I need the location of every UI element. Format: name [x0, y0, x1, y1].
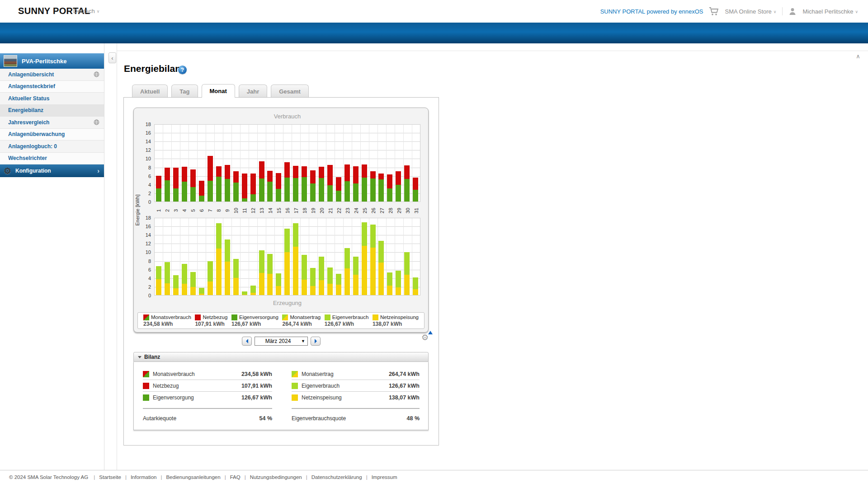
cart-icon [709, 7, 719, 16]
segment-eigenverbrauch [276, 273, 281, 286]
bar-day-22 [336, 274, 341, 295]
segment-netzeinspeisung [404, 275, 410, 295]
next-month-button[interactable] [311, 337, 321, 346]
bilanz-label: Netzeinspeisung [302, 394, 342, 401]
bar-day-22 [336, 177, 341, 202]
plant-selector[interactable]: PVA-Perlitschke [0, 53, 104, 69]
language-selector[interactable]: Deutsch∨ [73, 8, 99, 14]
y-tick: 12 [134, 147, 151, 153]
sidebar-item-anlagen-bersicht[interactable]: Anlagenübersicht [0, 69, 104, 81]
sidebar-item-anlagenlogbuch-0[interactable]: Anlagenlogbuch: 0 [0, 141, 104, 153]
bar-day-4 [182, 264, 187, 295]
segment-eigenversorgung [156, 188, 161, 202]
sidebar-item-aktueller-status[interactable]: Aktueller Status [0, 93, 104, 105]
tab-gesamt[interactable]: Gesamt [271, 84, 309, 98]
bar-day-14 [267, 254, 273, 295]
segment-netzeinspeisung [250, 293, 256, 295]
bilanz-swatch [143, 394, 149, 401]
bilanz-value: 126,67 kWh [241, 394, 272, 401]
top-bar: SUNNY PORTAL Deutsch∨ SUNNY PORTAL power… [0, 0, 868, 23]
bar-day-12 [250, 286, 256, 295]
date-navigation: März 2024 ▼ [124, 337, 439, 346]
footer-link-bedienungsanleitungen[interactable]: Bedienungsanleitungen [166, 474, 220, 480]
footer-link-datenschutzerkl-rung[interactable]: Datenschutzerklärung [311, 474, 362, 480]
footer-link-nutzungsbedingungen[interactable]: Nutzungsbedingungen [250, 474, 302, 480]
segment-eigenversorgung [293, 178, 298, 202]
sidebar-item-wechselrichter[interactable]: Wechselrichter [0, 153, 104, 165]
sidebar-item-jahresvergleich[interactable]: Jahresvergleich [0, 117, 104, 129]
segment-eigenversorgung [173, 188, 179, 202]
segment-netzbezug [233, 171, 239, 183]
y-tick: 0 [134, 293, 151, 298]
sidebar: PVA-Perlitschke AnlagenübersichtAnlagens… [0, 43, 104, 470]
x-tick: 13 [259, 203, 264, 217]
tab-tag[interactable]: Tag [171, 84, 198, 98]
triangle-up-icon [428, 331, 433, 334]
bar-day-4 [182, 167, 187, 202]
x-tick: 1 [156, 203, 161, 217]
segment-netzeinspeisung [267, 274, 273, 295]
sidebar-item-energiebilanz[interactable]: Energiebilanz [0, 105, 104, 117]
chevron-down-icon: ∨ [855, 9, 858, 14]
sma-online-store-link[interactable]: SMA Online Store∨ [725, 8, 776, 15]
tab-aktuell[interactable]: Aktuell [132, 84, 168, 98]
y-tick: 0 [134, 199, 151, 205]
bilanz-value: 264,74 kWh [389, 371, 420, 377]
footer-link-impressum[interactable]: Impressum [372, 474, 397, 480]
segment-netzeinspeisung [233, 278, 239, 295]
segment-eigenverbrauch [173, 275, 179, 288]
help-icon[interactable]: ? [178, 66, 187, 74]
segment-netzbezug [199, 181, 204, 196]
segment-netzbezug [182, 167, 187, 182]
segment-netzeinspeisung [396, 287, 401, 295]
y-tick: 12 [134, 241, 151, 246]
sidebar-item-label: Anlagenüberwachung [8, 131, 65, 137]
powered-by-link[interactable]: SUNNY PORTAL powered by ennexOS [600, 8, 703, 15]
prev-month-button[interactable] [242, 337, 252, 346]
sidebar-item-label: Aktueller Status [8, 95, 49, 102]
footer-link-faq[interactable]: FAQ [230, 474, 241, 480]
user-menu[interactable]: Michael Perlitschke∨ [802, 8, 858, 15]
segment-netzeinspeisung [353, 275, 359, 295]
bilanz-label: Eigenversorgung [153, 394, 194, 401]
segment-netzbezug [336, 177, 341, 191]
tab-jahr[interactable]: Jahr [239, 84, 267, 98]
month-select[interactable]: März 2024 ▼ [255, 337, 308, 346]
bilanz-header[interactable]: Bilanz [133, 352, 429, 362]
bar-day-12 [250, 174, 256, 202]
x-tick: 14 [268, 203, 273, 217]
bar-series [155, 125, 420, 202]
bar-day-26 [370, 171, 376, 202]
chart-erzeugung [154, 218, 420, 296]
sidebar-collapse-button[interactable]: ‹ [108, 52, 116, 63]
footer-link-startseite[interactable]: Startseite [99, 474, 121, 480]
segment-netzbezug [165, 168, 170, 181]
segment-eigenverbrauch [310, 268, 316, 286]
tab-monat[interactable]: Monat [202, 84, 235, 98]
segment-eigenverbrauch [327, 267, 333, 284]
x-tick: 5 [190, 203, 196, 217]
segment-netzbezug [173, 168, 179, 188]
segment-eigenversorgung [319, 178, 324, 202]
segment-eigenversorgung [353, 183, 359, 202]
segment-netzbezug [413, 178, 418, 190]
x-tick: 4 [182, 203, 187, 217]
blue-banner [0, 23, 868, 43]
scroll-top-button[interactable]: ∧ [854, 52, 863, 61]
x-tick: 8 [216, 203, 222, 217]
sidebar-item-anlagensteckbrief[interactable]: Anlagensteckbrief [0, 81, 104, 93]
bar-series [155, 218, 420, 295]
bar-day-20 [319, 167, 324, 202]
sidebar-item-anlagen-berwachung[interactable]: Anlagenüberwachung [0, 129, 104, 141]
divider [782, 7, 783, 15]
bar-day-17 [293, 223, 298, 295]
sidebar-item-konfiguration[interactable]: ⚙ Konfiguration › [0, 164, 104, 177]
segment-eigenversorgung [413, 190, 418, 202]
y-tick: 4 [134, 182, 151, 188]
footer-link-information[interactable]: Information [131, 474, 157, 480]
legend-label: Netzbezug [203, 314, 227, 320]
chart-settings-button[interactable]: ⚙ [421, 333, 431, 343]
segment-eigenversorgung [267, 182, 273, 202]
x-tick: 29 [396, 203, 402, 217]
bar-day-27 [378, 241, 384, 295]
